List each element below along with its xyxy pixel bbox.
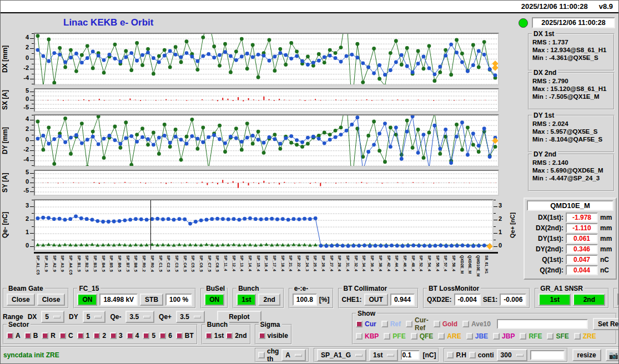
sector-c-checkbox[interactable]: C [59, 332, 73, 340]
bunch-2nd-button[interactable]: 2nd [258, 294, 280, 306]
checkbox-indicator-icon [381, 321, 388, 327]
fc15-percent-value: 100 % [165, 294, 192, 306]
tick-mark [494, 220, 497, 220]
tick-mark [30, 191, 34, 192]
threshold-input[interactable] [401, 350, 420, 360]
sector-3-checkbox[interactable]: 3 [110, 332, 123, 340]
ref-name-input[interactable] [497, 319, 588, 329]
chg-th-checkbox[interactable]: chg th [258, 347, 279, 363]
ee-ratio-unit: [%] [319, 296, 330, 304]
bunch-1st-button[interactable]: 1st [236, 294, 256, 306]
beam-gate-close-button-2[interactable]: Close [37, 294, 66, 306]
fc15-on-button[interactable]: ON [77, 294, 97, 306]
gr-snsr-1st-button[interactable]: 1st [539, 294, 571, 306]
show-cur-ref-checkbox[interactable]: Cur-Ref [406, 316, 429, 332]
dy-axis: -4-2024 [9, 114, 34, 167]
control-row-3: Sector A B R C 1 2 3 4 5 6 BT Bunch 1st … [3, 324, 292, 345]
fc15-stb-button[interactable]: STB [140, 294, 163, 306]
bpm-label: SP_36_4 [370, 255, 374, 271]
bpm-label: SP_34_4 [362, 255, 366, 271]
option-menu-icon [295, 354, 302, 357]
bpm-label: SP_A2_9 [53, 255, 57, 272]
dx1-stats-title: DX 1st [532, 30, 556, 38]
ph-checkbox[interactable]: P.H [447, 351, 466, 359]
show-ref-checkbox[interactable]: Ref [381, 320, 401, 328]
tick-label: 3 [26, 202, 29, 209]
se1-label: SE1: [483, 296, 498, 304]
bpm-label: SP_17_4 [273, 255, 276, 271]
sector-2-checkbox[interactable]: 2 [93, 332, 106, 340]
show-kbp-checkbox[interactable]: KBP [356, 332, 379, 340]
sector-5-checkbox[interactable]: 5 [143, 332, 155, 340]
show-sfe-checkbox[interactable]: SFE [547, 332, 568, 340]
tick-label: 0 [499, 242, 502, 249]
sector-6-checkbox[interactable]: 6 [159, 332, 172, 340]
show-zre-checkbox[interactable]: ZRE [574, 332, 596, 340]
th-sector-select[interactable]: A [281, 349, 306, 361]
set-ref-button[interactable]: Set Ref [593, 318, 619, 330]
show-jbe-checkbox[interactable]: JBE [466, 332, 488, 340]
sector-1-checkbox[interactable]: 1 [77, 332, 90, 340]
sy-axis: 50-5 [9, 170, 34, 196]
range-qep-select[interactable]: 3.5 [176, 311, 205, 323]
bpm-label: SP_C6_5 [199, 255, 203, 272]
show-pfe-checkbox[interactable]: PFE [384, 332, 405, 340]
sigma-visible-checkbox[interactable]: visible [259, 332, 288, 340]
bpm-label: SP_R0_2 [142, 255, 146, 272]
show-ave10-checkbox[interactable]: Ave10 [462, 320, 491, 328]
sector-a-checkbox[interactable]: A [7, 332, 21, 340]
monitor-row: DX(2nd):-1.110mm [527, 223, 613, 233]
che1-out-button[interactable]: OUT [364, 294, 388, 306]
bpm-label: SP_11_4 [224, 255, 228, 271]
gr-snsr-2nd-button[interactable]: 2nd [573, 294, 605, 306]
app-window: 2025/12/06 11:00:28 v8.9 Linac KEKB e- O… [0, 0, 619, 364]
show-jbp-checkbox[interactable]: JBP [493, 332, 515, 340]
show-cur-checkbox[interactable]: Cur [356, 320, 376, 328]
range-dy-select[interactable]: 5 [83, 311, 106, 323]
bpm-label: SP_B5_5 [109, 255, 113, 272]
resize-button[interactable]: resize [572, 349, 601, 361]
tick-label: 2 [26, 215, 29, 222]
camera-button[interactable]: 📷 [606, 349, 619, 361]
sector-4-checkbox[interactable]: 4 [127, 332, 139, 340]
show-qfe-checkbox[interactable]: QFE [411, 332, 434, 340]
sector-r-checkbox[interactable]: R [42, 332, 56, 340]
busel-on-button[interactable]: ON [204, 294, 224, 306]
bunch-select[interactable]: 1st [369, 349, 398, 361]
bpm-label: SP_B7_5 [126, 255, 130, 272]
tick-mark [494, 200, 496, 200]
points-select[interactable]: 300 [497, 349, 527, 361]
dy1-min: Min : -8.104@QAF5E_S [532, 136, 612, 143]
bunch-2nd-checkbox[interactable]: 2nd [226, 332, 246, 340]
conti-checkbox[interactable]: conti [469, 351, 494, 359]
sector-b-checkbox[interactable]: B [24, 332, 38, 340]
tick-mark [494, 246, 497, 247]
camera-icon: 📷 [609, 351, 618, 360]
monitor-name[interactable]: QMD10E_M [527, 200, 613, 211]
extra-input[interactable] [530, 350, 565, 360]
checkbox-indicator-icon [547, 333, 553, 340]
range-qem-select[interactable]: 3.5 [125, 311, 154, 323]
range-dx-select[interactable]: 5 [41, 311, 64, 323]
bunch-1st-checkbox[interactable]: 1st [205, 332, 224, 340]
checkbox-indicator-icon [176, 332, 183, 339]
show-are-checkbox[interactable]: ARE [438, 332, 461, 340]
sx-axis: 50-5 [9, 88, 34, 112]
show-gold-checkbox[interactable]: Gold [434, 320, 457, 328]
beam-gate-close-button-1[interactable]: Close [7, 294, 35, 306]
bpm-label: SP_B2_5 [85, 255, 89, 272]
tick-mark [30, 220, 34, 220]
tick-label: 0 [26, 54, 29, 61]
fc15-kv-value: 18.498 kV [99, 294, 138, 306]
tick-label: 2 [26, 125, 29, 132]
tick-mark [494, 226, 496, 227]
bpm-label: SP_B8_5 [134, 255, 138, 272]
bpm-select[interactable]: SP_A1_G [317, 349, 366, 361]
tick-label: -2 [23, 64, 29, 71]
sector-bt-checkbox[interactable]: BT [176, 332, 194, 340]
page-title: Linac KEKB e- Orbit [63, 17, 153, 28]
show-rfe-checkbox[interactable]: RFE [520, 332, 542, 340]
sx-axis-label: SX [A] [1, 88, 10, 112]
range-dx-label: DX [28, 313, 37, 321]
bpm-label: SP_C1_5 [159, 255, 163, 272]
